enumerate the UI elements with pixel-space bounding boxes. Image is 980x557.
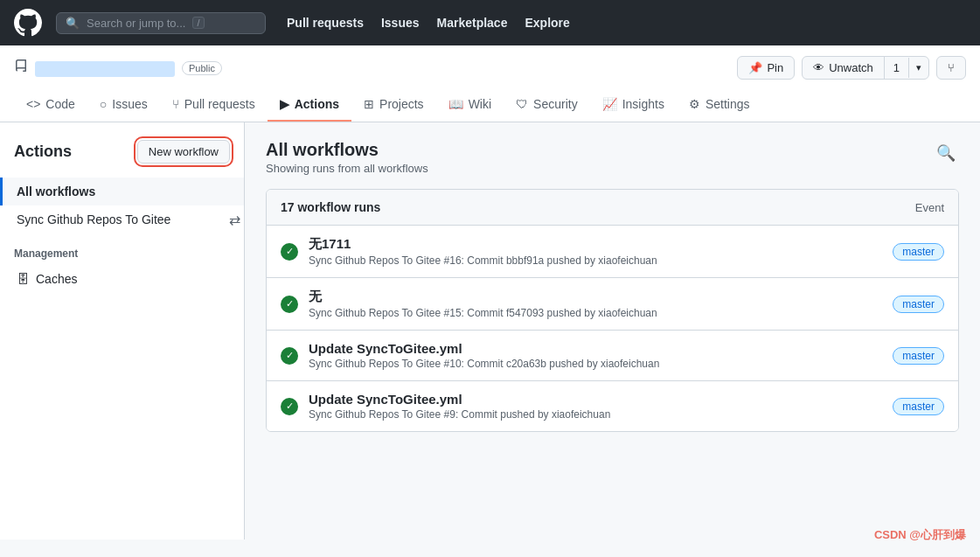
issues-icon: ○ (100, 97, 107, 111)
topnav-pullrequests-link[interactable]: Pull requests (280, 10, 371, 35)
pin-button[interactable]: 📌 Pin (737, 56, 795, 80)
insights-icon: 📈 (602, 97, 617, 111)
run-description: Sync Github Repos To Gitee #16: Commit b… (309, 254, 882, 267)
tab-settings[interactable]: ⚙ Settings (677, 88, 762, 122)
top-navigation: 🔍 Search or jump to... / Pull requests I… (0, 0, 980, 45)
workflow-runs-list: 17 workflow runs Event ✓ 无1711 Sync Gith… (266, 189, 959, 432)
repo-visibility-badge: Public (182, 61, 222, 75)
wiki-icon: 📖 (448, 97, 463, 111)
success-status-icon: ✓ (281, 243, 298, 261)
repo-name-row: Public (14, 58, 222, 78)
actions-sidebar: Actions New workflow All workflows Sync … (0, 122, 245, 540)
content-header: All workflows Showing runs from all work… (266, 140, 959, 175)
branch-badge[interactable]: master (893, 347, 944, 365)
search-bar[interactable]: 🔍 Search or jump to... / (56, 12, 266, 34)
watch-button-group: 👁 Unwatch 1 ▾ (802, 56, 929, 80)
github-logo-icon[interactable] (14, 9, 42, 37)
workflow-runs-count: 17 workflow runs (281, 200, 380, 214)
translate-icon[interactable]: ⇄ (226, 208, 244, 232)
run-info: 无 Sync Github Repos To Gitee #15: Commit… (309, 289, 882, 319)
repo-meta-row: Public 📌 Pin 👁 Unwatch 1 ▾ ⑂ (14, 56, 966, 88)
run-title: 无1711 (309, 236, 882, 253)
tab-security-label: Security (533, 97, 578, 111)
run-info: Update SyncToGitee.yml Sync Github Repos… (309, 341, 882, 370)
table-row[interactable]: ✓ Update SyncToGitee.yml Sync Github Rep… (267, 331, 958, 381)
tab-issues-label: Issues (112, 97, 147, 111)
top-nav-links: Pull requests Issues Marketplace Explore (280, 10, 577, 35)
run-info: Update SyncToGitee.yml Sync Github Repos… (309, 392, 882, 421)
tab-insights-label: Insights (622, 97, 664, 111)
tab-settings-label: Settings (705, 97, 750, 111)
branch-badge[interactable]: master (893, 398, 944, 415)
code-icon: <> (26, 97, 40, 111)
caches-label: Caches (36, 272, 77, 286)
tab-pr-label: Pull requests (184, 97, 255, 111)
tab-projects[interactable]: ⊞ Projects (351, 88, 436, 122)
caches-icon: 🗄 (17, 272, 29, 286)
tab-code[interactable]: <> Code (14, 88, 87, 122)
run-description: Sync Github Repos To Gitee #9: Commit pu… (309, 408, 882, 421)
repo-header: Public 📌 Pin 👁 Unwatch 1 ▾ ⑂ <> Code (0, 45, 980, 122)
projects-icon: ⊞ (364, 97, 374, 111)
run-title: Update SyncToGitee.yml (309, 392, 882, 407)
repo-type-icon (14, 59, 28, 76)
table-row[interactable]: ✓ 无 Sync Github Repos To Gitee #15: Comm… (267, 278, 958, 331)
eye-icon: 👁 (813, 61, 824, 74)
workflow-list-header: 17 workflow runs Event (267, 190, 958, 226)
watch-dropdown-arrow[interactable]: ▾ (908, 58, 928, 78)
branch-badge[interactable]: master (893, 296, 944, 313)
main-layout: Actions New workflow All workflows Sync … (0, 122, 980, 540)
table-row[interactable]: ✓ 无1711 Sync Github Repos To Gitee #16: … (267, 226, 958, 278)
sync-workflow-row: Sync Github Repos To Gitee ⇄ (0, 205, 244, 233)
actions-icon: ▶ (280, 97, 289, 111)
sidebar-item-all-workflows[interactable]: All workflows (0, 178, 244, 205)
tab-actions[interactable]: ▶ Actions (268, 88, 351, 122)
search-runs-button[interactable]: 🔍 (933, 140, 959, 166)
tab-projects-label: Projects (379, 97, 424, 111)
tab-wiki-label: Wiki (469, 97, 491, 111)
tab-wiki[interactable]: 📖 Wiki (436, 88, 504, 122)
slash-shortcut-badge: / (192, 17, 204, 29)
table-row[interactable]: ✓ Update SyncToGitee.yml Sync Github Rep… (267, 381, 958, 431)
run-description: Sync Github Repos To Gitee #10: Commit c… (309, 358, 882, 370)
run-info: 无1711 Sync Github Repos To Gitee #16: Co… (309, 236, 882, 267)
run-title: Update SyncToGitee.yml (309, 341, 882, 356)
fork-icon: ⑂ (948, 61, 955, 74)
all-workflows-label: All workflows (17, 185, 95, 198)
event-column-label: Event (915, 201, 944, 214)
pin-label: Pin (767, 61, 783, 74)
watch-main-button[interactable]: 👁 Unwatch (803, 57, 885, 79)
pr-icon: ⑂ (172, 97, 179, 111)
search-icon: 🔍 (936, 144, 956, 162)
pin-icon: 📌 (748, 61, 762, 74)
topnav-issues-link[interactable]: Issues (374, 10, 427, 35)
tab-actions-label: Actions (295, 97, 339, 111)
branch-badge[interactable]: master (893, 243, 944, 261)
watch-label: Unwatch (829, 61, 873, 74)
run-description: Sync Github Repos To Gitee #15: Commit f… (309, 307, 882, 319)
success-status-icon: ✓ (281, 296, 298, 313)
content-area: All workflows Showing runs from all work… (245, 122, 980, 540)
watch-count[interactable]: 1 (885, 57, 908, 79)
search-icon: 🔍 (66, 17, 80, 30)
topnav-marketplace-link[interactable]: Marketplace (430, 10, 515, 35)
tab-insights[interactable]: 📈 Insights (590, 88, 677, 122)
tab-issues[interactable]: ○ Issues (87, 88, 160, 122)
sidebar-item-sync-workflow[interactable]: Sync Github Repos To Gitee (0, 205, 219, 233)
repo-tabs: <> Code ○ Issues ⑂ Pull requests ▶ Actio… (14, 88, 966, 122)
content-subtitle: Showing runs from all workflows (266, 162, 428, 175)
tab-pullrequests[interactable]: ⑂ Pull requests (160, 88, 268, 122)
security-icon: 🛡 (516, 97, 528, 111)
run-title: 无 (309, 289, 882, 305)
tab-security[interactable]: 🛡 Security (504, 88, 590, 122)
fork-button[interactable]: ⑂ (936, 56, 966, 80)
content-title-group: All workflows Showing runs from all work… (266, 140, 428, 175)
new-workflow-button[interactable]: New workflow (137, 140, 230, 164)
sidebar-title: Actions (14, 143, 72, 161)
repo-owner-name[interactable] (35, 58, 175, 78)
success-status-icon: ✓ (281, 398, 298, 415)
sidebar-item-caches[interactable]: 🗄 Caches (0, 265, 244, 293)
management-section-label: Management (0, 233, 244, 265)
topnav-explore-link[interactable]: Explore (518, 10, 576, 35)
repo-actions: 📌 Pin 👁 Unwatch 1 ▾ ⑂ (737, 56, 966, 80)
